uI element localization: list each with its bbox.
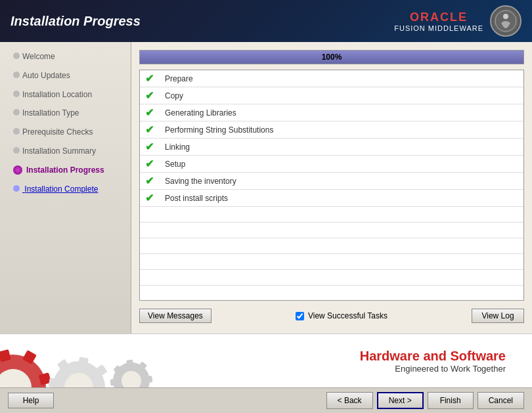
- svg-rect-17: [48, 378, 58, 387]
- check-icon-linking: ✔: [145, 141, 158, 153]
- sidebar-item-auto-updates: Auto Updates: [0, 66, 131, 85]
- sidebar-item-installation-location: Installation Location: [0, 85, 131, 104]
- banner-subtitle: Engineered to Work Together: [360, 364, 506, 374]
- task-row-empty-4: [140, 254, 523, 270]
- check-icon-inventory: ✔: [145, 175, 158, 187]
- task-label-postinstall: Post install scripts: [165, 194, 228, 203]
- task-label-gen-libs: Generating Libraries: [165, 108, 236, 118]
- task-row-empty-1: [140, 207, 523, 223]
- sidebar-item-prerequisite-checks: Prerequisite Checks: [0, 123, 131, 142]
- task-row-empty-3: [140, 238, 523, 254]
- view-log-button[interactable]: View Log: [472, 309, 524, 323]
- sidebar: Welcome Auto Updates Installation Locati…: [0, 42, 131, 334]
- svg-rect-26: [145, 376, 152, 383]
- next-button[interactable]: Next >: [377, 392, 424, 409]
- task-label-prepare: Prepare: [165, 74, 193, 83]
- banner-title: Hardware and Software: [360, 349, 506, 364]
- task-row-setup: ✔ Setup: [140, 156, 523, 173]
- task-row-linking: ✔ Linking: [140, 139, 523, 156]
- footer: Help < Back Next > Finish Cancel: [0, 387, 532, 413]
- help-button[interactable]: Help: [8, 393, 54, 408]
- task-label-inventory: Saving the inventory: [165, 177, 236, 186]
- gears-svg: [0, 334, 210, 387]
- svg-rect-27: [110, 379, 118, 386]
- view-successful-tasks-checkbox[interactable]: [296, 312, 304, 320]
- progress-label: 100%: [322, 53, 342, 62]
- task-label-setup: Setup: [165, 160, 185, 169]
- tasks-table: ✔ Prepare ✔ Copy ✔ Generating Libraries …: [139, 70, 524, 301]
- oracle-name: ORACLE: [394, 11, 483, 24]
- sidebar-item-installation-complete[interactable]: Installation Complete: [0, 180, 131, 199]
- check-icon-prepare: ✔: [145, 72, 158, 85]
- task-row-postinstall: ✔ Post install scripts: [140, 190, 523, 207]
- header: Installation Progress ORACLE FUSION MIDD…: [0, 0, 532, 42]
- check-icon-string-sub: ✔: [145, 123, 158, 136]
- oracle-logo-area: ORACLE FUSION MIDDLEWARE: [394, 5, 521, 37]
- task-label-copy: Copy: [165, 91, 183, 100]
- banner-text-area: Hardware and Software Engineered to Work…: [360, 349, 506, 374]
- task-row-string-sub: ✔ Performing String Substitutions: [140, 121, 523, 139]
- task-row-empty-5: [140, 270, 523, 286]
- header-title: Installation Progress: [11, 14, 141, 29]
- bottom-buttons-row: View Messages View Successful Tasks View…: [139, 306, 524, 326]
- task-row-empty-6: [140, 286, 523, 301]
- check-icon-gen-libs: ✔: [145, 106, 158, 119]
- check-icon-copy: ✔: [145, 89, 158, 102]
- cancel-button[interactable]: Cancel: [477, 392, 524, 409]
- check-icon-setup: ✔: [145, 158, 158, 170]
- task-label-linking: Linking: [165, 142, 190, 152]
- banner: Hardware and Software Engineered to Work…: [0, 334, 532, 387]
- view-successful-tasks-row: View Successful Tasks: [296, 311, 388, 320]
- banner-gears: [0, 334, 210, 387]
- content-area: 100% ✔ Prepare ✔ Copy ✔ Generating Libra…: [131, 42, 532, 334]
- task-row-inventory: ✔ Saving the inventory: [140, 173, 523, 190]
- sidebar-item-installation-summary: Installation Summary: [0, 142, 131, 161]
- task-row-gen-libs: ✔ Generating Libraries: [140, 104, 523, 121]
- progress-bar: 100%: [139, 50, 524, 64]
- main-layout: Welcome Auto Updates Installation Locati…: [0, 42, 532, 334]
- view-messages-button[interactable]: View Messages: [139, 309, 211, 323]
- back-button[interactable]: < Back: [326, 392, 373, 409]
- task-row-prepare: ✔ Prepare: [140, 70, 523, 87]
- sidebar-item-installation-progress: Installation Progress: [0, 161, 131, 180]
- task-label-string-sub: Performing String Substitutions: [165, 125, 273, 135]
- oracle-sub: FUSION MIDDLEWARE: [394, 24, 483, 32]
- task-row-empty-2: [140, 223, 523, 238]
- task-row-copy: ✔ Copy: [140, 87, 523, 104]
- view-successful-tasks-label: View Successful Tasks: [308, 311, 388, 320]
- check-icon-postinstall: ✔: [145, 192, 158, 204]
- svg-rect-24: [126, 360, 133, 367]
- sidebar-item-installation-type: Installation Type: [0, 104, 131, 123]
- oracle-text: ORACLE FUSION MIDDLEWARE: [394, 11, 483, 32]
- svg-point-1: [503, 14, 508, 19]
- sidebar-item-welcome: Welcome: [0, 47, 131, 66]
- oracle-icon: [490, 5, 521, 37]
- footer-nav-buttons: < Back Next > Finish Cancel: [326, 392, 524, 409]
- svg-rect-14: [78, 357, 89, 367]
- finish-button[interactable]: Finish: [428, 392, 474, 409]
